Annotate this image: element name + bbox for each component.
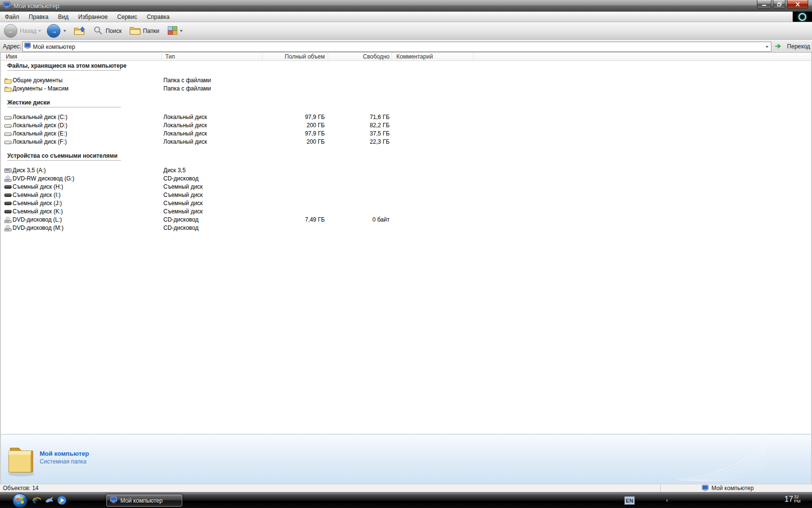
column-header-free[interactable]: Свободно (332, 53, 390, 60)
row-type: Локальный диск (163, 114, 207, 120)
file-row[interactable]: Локальный диск (F:)Локальный диск200 ГБ2… (1, 138, 811, 146)
row-name[interactable]: Локальный диск (F:) (13, 138, 67, 145)
views-button[interactable] (168, 26, 183, 36)
go-label[interactable]: Переход (787, 43, 810, 50)
row-name[interactable]: Съемный диск (J:) (13, 200, 62, 207)
row-name[interactable]: Съемный диск (I:) (13, 192, 60, 198)
file-row[interactable]: Локальный диск (C:)Локальный диск97,9 ГБ… (1, 113, 811, 121)
row-total-size: 97,9 ГБ (262, 130, 325, 137)
row-name[interactable]: Документы - Максим (13, 85, 69, 92)
column-separator[interactable] (328, 53, 328, 60)
language-indicator[interactable]: EN (624, 496, 635, 505)
task-button-my-computer[interactable]: Мой компьютер (106, 494, 182, 507)
file-row[interactable]: Общие документыПапка с файлами (1, 76, 811, 85)
status-location: Мой компьютер (711, 485, 754, 492)
views-dropdown-icon[interactable] (180, 30, 183, 32)
row-name[interactable]: DVD-дисковод (L:) (13, 216, 62, 223)
column-header-name[interactable]: Имя (6, 53, 17, 60)
file-row[interactable]: Съемный диск (K:)Съемный диск (1, 208, 811, 216)
column-separator[interactable] (161, 53, 162, 60)
column-header-comment[interactable]: Комментарий (396, 53, 433, 60)
menu-item-view[interactable]: Вид (53, 12, 73, 22)
row-name[interactable]: Диск 3,5 (A:) (13, 167, 46, 174)
status-bar: Объектов: 14 Мой компьютер (0, 484, 812, 492)
folder-icon (4, 86, 12, 92)
address-dropdown-icon[interactable] (766, 46, 768, 48)
explorer-window: Мой компьютер ФайлПравкаВидИзбранноеСерв… (0, 0, 812, 492)
column-separator[interactable] (392, 53, 392, 60)
row-type: Папка с файлами (163, 85, 211, 92)
menu-item-edit[interactable]: Правка (24, 12, 54, 22)
clock-minute-ampm: 32 PM (794, 495, 801, 504)
row-name[interactable]: Локальный диск (D:) (13, 122, 68, 129)
row-type: CD-дисковод (163, 175, 199, 182)
start-button[interactable] (13, 493, 28, 508)
close-button[interactable] (787, 0, 808, 9)
menu-item-file[interactable]: Файл (0, 12, 24, 22)
forward-button[interactable]: → (47, 24, 66, 38)
row-name[interactable]: Локальный диск (E:) (13, 130, 67, 137)
row-name[interactable]: DVD-дисковод (M:) (13, 224, 63, 231)
menu-item-help[interactable]: Справка (142, 12, 174, 22)
column-separator[interactable] (473, 53, 474, 60)
windows-orb-icon (13, 493, 28, 508)
hdd-icon (4, 122, 12, 129)
row-name[interactable]: DVD-RW дисковод (G:) (13, 175, 74, 182)
row-type: Локальный диск (163, 130, 207, 137)
tray-collapse-icon[interactable]: ‹ (666, 497, 668, 504)
folders-label: Папки (143, 28, 160, 34)
row-type: Локальный диск (163, 138, 207, 145)
taskbar-clock[interactable]: 17 32 PM (784, 495, 800, 504)
bird-icon[interactable] (44, 496, 54, 507)
swoosh-decoration (677, 443, 768, 483)
brand-logo-box (793, 12, 812, 22)
row-type: Съемный диск (163, 200, 203, 207)
search-label: Поиск (105, 28, 121, 34)
preview-subtitle: Системная папка (40, 458, 87, 465)
minimize-button[interactable] (757, 0, 771, 9)
file-row[interactable]: DVD-RW дисковод (G:)CD-дисковод (1, 175, 811, 183)
row-name[interactable]: Локальный диск (C:) (13, 114, 68, 120)
close-icon (795, 2, 800, 7)
column-header-total[interactable]: Полный объем (262, 53, 325, 60)
row-total-size: 200 ГБ (262, 122, 325, 129)
restore-icon (777, 2, 782, 7)
go-button[interactable] (774, 43, 782, 51)
file-row[interactable]: Съемный диск (I:)Съемный диск (1, 191, 811, 199)
row-free-size: 37,5 ГБ (332, 130, 390, 137)
file-row[interactable]: Съемный диск (H:)Съемный диск (1, 183, 811, 191)
back-arrow-icon: ← (4, 24, 17, 38)
maximize-button[interactable] (773, 0, 785, 9)
forward-dropdown-icon[interactable] (63, 30, 66, 32)
menu-item-tools[interactable]: Сервис (113, 12, 142, 22)
file-row[interactable]: Документы - МаксимПапка с файлами (1, 85, 811, 93)
up-button[interactable] (74, 26, 86, 37)
file-row[interactable]: DVD-дисковод (M:)CD-дисковод (1, 224, 811, 232)
file-row[interactable]: DVD-дисковод (L:)CD-дисковод7,49 ГБ0 бай… (1, 216, 811, 224)
column-header-type[interactable]: Тип (165, 53, 175, 60)
column-headers: ИмяТипПолный объемСвободноКомментарий (1, 53, 811, 61)
address-input[interactable]: Мой компьютер (22, 42, 771, 52)
back-dropdown-icon[interactable] (38, 30, 41, 32)
quick-launch: e (32, 495, 67, 507)
file-row[interactable]: Диск 3,5 (A:)Диск 3,5 (1, 166, 811, 175)
folder-up-icon (74, 26, 86, 37)
file-row[interactable]: Съемный диск (J:)Съемный диск (1, 199, 811, 208)
ie-icon[interactable]: e (32, 495, 42, 507)
column-separator[interactable] (262, 53, 262, 60)
cd-icon (4, 176, 12, 182)
file-row[interactable]: Локальный диск (D:)Локальный диск200 ГБ8… (1, 121, 811, 130)
media-player-icon[interactable] (57, 495, 67, 507)
back-button[interactable]: ← Назад (4, 24, 41, 38)
row-type: Съемный диск (163, 208, 203, 215)
row-name[interactable]: Общие документы (13, 77, 62, 84)
address-bar: Адрес: Мой компьютер Переход (0, 40, 812, 53)
folders-button[interactable]: Папки (130, 26, 160, 36)
search-button[interactable]: Поиск (93, 26, 121, 37)
views-icon (168, 26, 177, 36)
row-name[interactable]: Съемный диск (K:) (13, 208, 63, 215)
row-total-size: 200 ГБ (262, 138, 325, 145)
menu-item-favorites[interactable]: Избранное (73, 12, 113, 22)
row-name[interactable]: Съемный диск (H:) (13, 183, 63, 190)
file-row[interactable]: Локальный диск (E:)Локальный диск97,9 ГБ… (1, 130, 811, 138)
